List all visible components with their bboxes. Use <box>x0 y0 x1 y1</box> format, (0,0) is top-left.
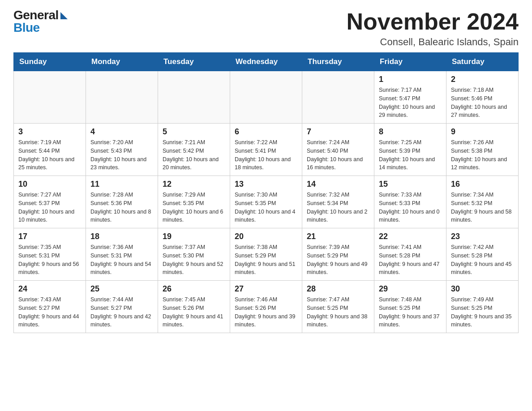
calendar-cell: 8Sunrise: 7:25 AMSunset: 5:39 PMDaylight… <box>374 124 446 176</box>
day-info: Sunrise: 7:21 AMSunset: 5:42 PMDaylight:… <box>163 138 225 172</box>
day-info: Sunrise: 7:22 AMSunset: 5:41 PMDaylight:… <box>235 138 297 172</box>
calendar-cell: 28Sunrise: 7:47 AMSunset: 5:25 PMDayligh… <box>302 281 374 333</box>
day-number: 27 <box>235 284 297 294</box>
day-info: Sunrise: 7:25 AMSunset: 5:39 PMDaylight:… <box>379 138 442 172</box>
day-info: Sunrise: 7:33 AMSunset: 5:33 PMDaylight:… <box>379 191 442 224</box>
calendar-cell: 27Sunrise: 7:46 AMSunset: 5:26 PMDayligh… <box>230 281 302 333</box>
calendar-cell: 9Sunrise: 7:26 AMSunset: 5:38 PMDaylight… <box>446 124 519 176</box>
day-info: Sunrise: 7:27 AMSunset: 5:37 PMDaylight:… <box>18 191 81 224</box>
day-number: 25 <box>90 284 153 294</box>
logo-general-text: General <box>13 9 59 21</box>
calendar-cell: 11Sunrise: 7:28 AMSunset: 5:36 PMDayligh… <box>86 176 158 228</box>
day-number: 7 <box>307 127 369 137</box>
calendar-cell <box>86 71 158 124</box>
day-number: 22 <box>379 232 442 241</box>
calendar-week-3: 10Sunrise: 7:27 AMSunset: 5:37 PMDayligh… <box>14 176 519 228</box>
day-info: Sunrise: 7:48 AMSunset: 5:25 PMDaylight:… <box>379 295 442 329</box>
calendar-cell: 14Sunrise: 7:32 AMSunset: 5:34 PMDayligh… <box>302 176 374 228</box>
day-info: Sunrise: 7:36 AMSunset: 5:31 PMDaylight:… <box>90 243 153 277</box>
column-header-thursday: Thursday <box>302 53 374 71</box>
day-number: 11 <box>90 180 153 189</box>
calendar-body: 1Sunrise: 7:17 AMSunset: 5:47 PMDaylight… <box>14 71 519 333</box>
calendar-cell <box>230 71 302 124</box>
day-info: Sunrise: 7:18 AMSunset: 5:46 PMDaylight:… <box>451 86 514 120</box>
calendar-cell: 7Sunrise: 7:24 AMSunset: 5:40 PMDaylight… <box>302 124 374 176</box>
logo: General Blue <box>13 9 68 34</box>
day-info: Sunrise: 7:32 AMSunset: 5:34 PMDaylight:… <box>307 191 369 224</box>
day-number: 21 <box>307 232 369 241</box>
title-block: November 2024 Consell, Balearic Islands,… <box>347 9 519 48</box>
day-number: 12 <box>163 180 225 189</box>
calendar-cell: 6Sunrise: 7:22 AMSunset: 5:41 PMDaylight… <box>230 124 302 176</box>
calendar-cell: 29Sunrise: 7:48 AMSunset: 5:25 PMDayligh… <box>374 281 446 333</box>
day-number: 3 <box>18 127 81 137</box>
day-number: 17 <box>18 232 81 241</box>
page-title: November 2024 <box>347 9 519 34</box>
column-header-wednesday: Wednesday <box>230 53 302 71</box>
day-info: Sunrise: 7:41 AMSunset: 5:28 PMDaylight:… <box>379 243 442 277</box>
day-number: 20 <box>235 232 297 241</box>
calendar-table: SundayMondayTuesdayWednesdayThursdayFrid… <box>13 52 519 333</box>
calendar-cell: 18Sunrise: 7:36 AMSunset: 5:31 PMDayligh… <box>86 228 158 281</box>
day-info: Sunrise: 7:49 AMSunset: 5:25 PMDaylight:… <box>451 295 514 329</box>
day-number: 13 <box>235 180 297 189</box>
calendar-cell: 21Sunrise: 7:39 AMSunset: 5:29 PMDayligh… <box>302 228 374 281</box>
logo-blue-text: Blue <box>13 21 40 34</box>
day-number: 4 <box>90 127 153 137</box>
calendar-cell: 2Sunrise: 7:18 AMSunset: 5:46 PMDaylight… <box>446 71 519 124</box>
day-number: 8 <box>379 127 442 137</box>
day-number: 26 <box>163 284 225 294</box>
day-number: 5 <box>163 127 225 137</box>
calendar-cell: 3Sunrise: 7:19 AMSunset: 5:44 PMDaylight… <box>14 124 86 176</box>
day-info: Sunrise: 7:24 AMSunset: 5:40 PMDaylight:… <box>307 138 369 172</box>
day-number: 28 <box>307 284 369 294</box>
header-row: SundayMondayTuesdayWednesdayThursdayFrid… <box>14 53 519 71</box>
day-number: 29 <box>379 284 442 294</box>
day-number: 2 <box>451 75 514 84</box>
calendar-cell: 16Sunrise: 7:34 AMSunset: 5:32 PMDayligh… <box>446 176 519 228</box>
column-header-monday: Monday <box>86 53 158 71</box>
page-subtitle: Consell, Balearic Islands, Spain <box>347 36 519 48</box>
day-info: Sunrise: 7:17 AMSunset: 5:47 PMDaylight:… <box>379 86 442 120</box>
day-info: Sunrise: 7:20 AMSunset: 5:43 PMDaylight:… <box>90 138 153 172</box>
calendar-week-4: 17Sunrise: 7:35 AMSunset: 5:31 PMDayligh… <box>14 228 519 281</box>
calendar-cell <box>302 71 374 124</box>
calendar-cell: 26Sunrise: 7:45 AMSunset: 5:26 PMDayligh… <box>158 281 230 333</box>
calendar-cell: 17Sunrise: 7:35 AMSunset: 5:31 PMDayligh… <box>14 228 86 281</box>
page-header: General Blue November 2024 Consell, Bale… <box>13 9 519 48</box>
day-info: Sunrise: 7:44 AMSunset: 5:27 PMDaylight:… <box>90 295 153 329</box>
day-number: 18 <box>90 232 153 241</box>
column-header-tuesday: Tuesday <box>158 53 230 71</box>
day-info: Sunrise: 7:37 AMSunset: 5:30 PMDaylight:… <box>163 243 225 277</box>
calendar-cell <box>158 71 230 124</box>
day-number: 6 <box>235 127 297 137</box>
day-number: 24 <box>18 284 81 294</box>
day-number: 19 <box>163 232 225 241</box>
day-info: Sunrise: 7:30 AMSunset: 5:35 PMDaylight:… <box>235 191 297 224</box>
day-number: 9 <box>451 127 514 137</box>
calendar-header: SundayMondayTuesdayWednesdayThursdayFrid… <box>14 53 519 71</box>
day-info: Sunrise: 7:28 AMSunset: 5:36 PMDaylight:… <box>90 191 153 224</box>
day-info: Sunrise: 7:29 AMSunset: 5:35 PMDaylight:… <box>163 191 225 224</box>
calendar-cell: 30Sunrise: 7:49 AMSunset: 5:25 PMDayligh… <box>446 281 519 333</box>
day-info: Sunrise: 7:34 AMSunset: 5:32 PMDaylight:… <box>451 191 514 224</box>
day-info: Sunrise: 7:42 AMSunset: 5:28 PMDaylight:… <box>451 243 514 277</box>
column-header-saturday: Saturday <box>446 53 519 71</box>
day-info: Sunrise: 7:39 AMSunset: 5:29 PMDaylight:… <box>307 243 369 277</box>
day-number: 23 <box>451 232 514 241</box>
day-number: 1 <box>379 75 442 84</box>
calendar-cell: 25Sunrise: 7:44 AMSunset: 5:27 PMDayligh… <box>86 281 158 333</box>
day-info: Sunrise: 7:47 AMSunset: 5:25 PMDaylight:… <box>307 295 369 329</box>
column-header-sunday: Sunday <box>14 53 86 71</box>
day-info: Sunrise: 7:43 AMSunset: 5:27 PMDaylight:… <box>18 295 81 329</box>
calendar-cell: 20Sunrise: 7:38 AMSunset: 5:29 PMDayligh… <box>230 228 302 281</box>
calendar-cell <box>14 71 86 124</box>
day-info: Sunrise: 7:45 AMSunset: 5:26 PMDaylight:… <box>163 295 225 329</box>
day-number: 15 <box>379 180 442 189</box>
calendar-week-2: 3Sunrise: 7:19 AMSunset: 5:44 PMDaylight… <box>14 124 519 176</box>
calendar-cell: 1Sunrise: 7:17 AMSunset: 5:47 PMDaylight… <box>374 71 446 124</box>
day-number: 30 <box>451 284 514 294</box>
calendar-cell: 13Sunrise: 7:30 AMSunset: 5:35 PMDayligh… <box>230 176 302 228</box>
calendar-cell: 22Sunrise: 7:41 AMSunset: 5:28 PMDayligh… <box>374 228 446 281</box>
calendar-cell: 15Sunrise: 7:33 AMSunset: 5:33 PMDayligh… <box>374 176 446 228</box>
